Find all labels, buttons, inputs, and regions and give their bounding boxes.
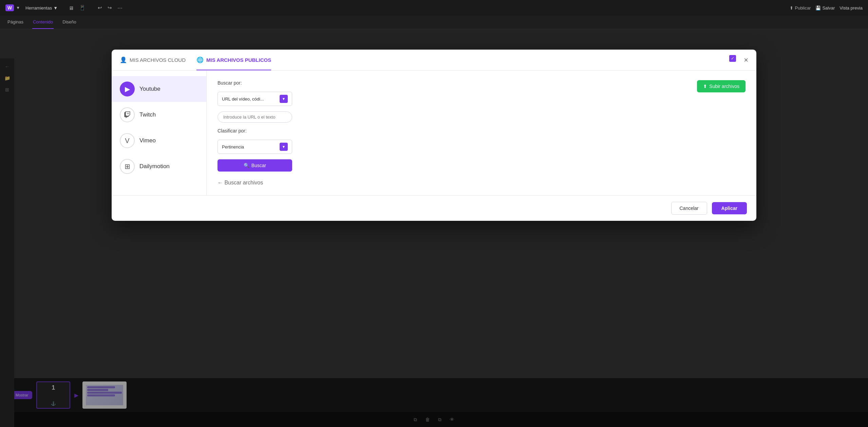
search-dropdown-row: URL del vídeo, códi... ▼: [218, 92, 292, 106]
topbar-device-icons: 🖥 📱: [67, 3, 87, 12]
subir-upload-icon: ⬆: [703, 84, 707, 89]
clasificar-por-label: Clasificar por:: [218, 128, 292, 134]
buscar-archivos-label: ← Buscar archivos: [218, 180, 746, 186]
search-input[interactable]: [218, 111, 292, 123]
undo-icon[interactable]: ↩: [96, 3, 103, 12]
salvar-icon: 💾: [815, 5, 821, 11]
modal-dialog: 👤 MIS ARCHIVOS CLOUD 🌐 MIS ARCHIVOS PUBL…: [112, 50, 756, 221]
redo-icon[interactable]: ↪: [106, 3, 113, 12]
buscar-search-icon: 🔍: [244, 163, 249, 168]
vista-previa-button[interactable]: Vista previa: [839, 5, 863, 11]
tab-contenido[interactable]: Contenido: [32, 16, 54, 29]
clasificar-dropdown[interactable]: Pertinencia ▼: [218, 140, 292, 154]
dropdown-arrow-icon: ▼: [280, 95, 288, 103]
tab-mis-archivos-cloud[interactable]: 👤 MIS ARCHIVOS CLOUD: [120, 50, 186, 70]
aplicar-button[interactable]: Aplicar: [712, 202, 747, 214]
salvar-button[interactable]: 💾 Salvar: [815, 5, 835, 11]
vimeo-icon: V: [120, 133, 135, 148]
modal-top-checkbox[interactable]: [729, 55, 736, 62]
youtube-icon: ▶: [120, 82, 135, 96]
topbar-history-icons: ↩ ↪ ⋯: [96, 3, 124, 12]
modal-main-content: Buscar por: URL del vídeo, códi... ▼ Cla…: [207, 71, 756, 195]
twitch-icon: [120, 107, 135, 122]
public-tab-icon: 🌐: [196, 56, 204, 64]
buscar-button[interactable]: 🔍 Buscar: [218, 159, 292, 172]
logo-mark: W: [5, 4, 14, 11]
canvas-area: ← 📁 ⊞ ↕ ↕ Mostrar: [0, 29, 868, 427]
sidebar-item-youtube[interactable]: ▶ Youtube: [112, 76, 206, 102]
subir-archivos-button[interactable]: ⬆ Subir archivos: [697, 80, 746, 92]
top-actions-bar: Buscar por: URL del vídeo, códi... ▼ Cla…: [218, 80, 746, 172]
sidebar-item-vimeo[interactable]: V Vimeo: [112, 128, 206, 154]
modal-footer: Cancelar Aplicar: [112, 195, 756, 221]
modal-tabs: 👤 MIS ARCHIVOS CLOUD 🌐 MIS ARCHIVOS PUBL…: [112, 50, 756, 71]
topbar-right-actions: ⬆ Publicar 💾 Salvar Vista previa: [790, 5, 863, 11]
modal-overlay: 👤 MIS ARCHIVOS CLOUD 🌐 MIS ARCHIVOS PUBL…: [0, 29, 868, 427]
logo[interactable]: W ▼: [5, 4, 20, 11]
clasificar-dropdown-row: Pertinencia ▼: [218, 140, 292, 154]
desktop-icon[interactable]: 🖥: [67, 4, 75, 12]
modal-sidebar: ▶ Youtube Twitch V Vimeo: [112, 71, 207, 195]
modal-close-button[interactable]: ×: [744, 56, 748, 64]
more-icon[interactable]: ⋯: [116, 3, 124, 12]
tab-diseno[interactable]: Diseño: [62, 16, 77, 29]
logo-chevron: ▼: [16, 5, 20, 10]
subtabs-bar: Páginas Contenido Diseño: [0, 16, 868, 29]
publicar-icon: ⬆: [790, 5, 793, 11]
publicar-button[interactable]: ⬆ Publicar: [790, 5, 811, 11]
clasificar-arrow-icon: ▼: [280, 143, 288, 151]
buscar-por-label: Buscar por:: [218, 80, 292, 86]
search-section: Buscar por: URL del vídeo, códi... ▼ Cla…: [218, 80, 292, 172]
tools-menu[interactable]: Herramientas ▼: [25, 5, 58, 11]
sidebar-item-twitch[interactable]: Twitch: [112, 102, 206, 128]
mobile-icon[interactable]: 📱: [78, 3, 87, 12]
modal-body: ▶ Youtube Twitch V Vimeo: [112, 71, 756, 195]
search-type-dropdown[interactable]: URL del vídeo, códi... ▼: [218, 92, 292, 106]
topbar: W ▼ Herramientas ▼ 🖥 📱 ↩ ↪ ⋯ ⬆ Publicar …: [0, 0, 868, 16]
cancel-button[interactable]: Cancelar: [671, 202, 707, 215]
tab-paginas[interactable]: Páginas: [7, 16, 24, 29]
sidebar-item-dailymotion[interactable]: ⊞ Dailymotion: [112, 154, 206, 179]
tab-mis-archivos-publicos[interactable]: 🌐 MIS ARCHIVOS PUBLICOS: [196, 50, 271, 70]
cloud-tab-icon: 👤: [120, 56, 127, 64]
dailymotion-icon: ⊞: [120, 159, 135, 174]
tools-chevron-icon: ▼: [53, 5, 58, 11]
